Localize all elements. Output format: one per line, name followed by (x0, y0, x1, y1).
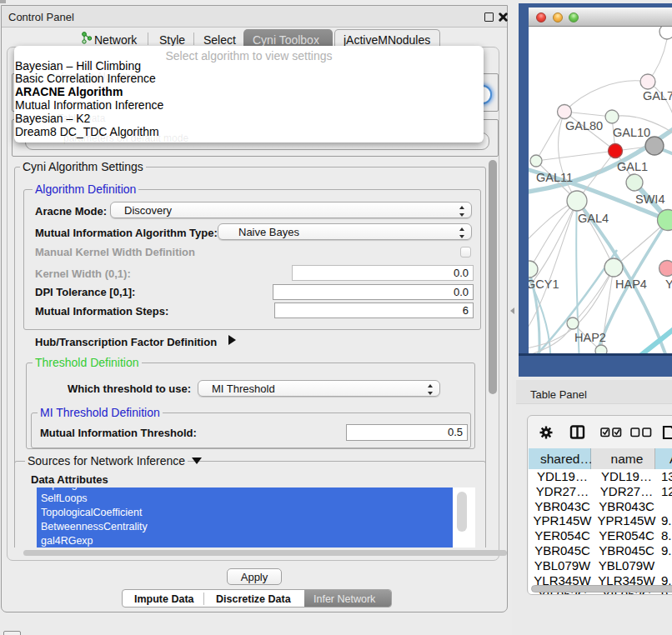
svg-text:GAL11: GAL11 (536, 171, 573, 184)
svg-text:GAL4: GAL4 (578, 212, 609, 225)
svg-text:GCY1: GCY1 (529, 278, 559, 291)
svg-text:GAL7: GAL7 (643, 89, 672, 102)
svg-text:GAL80: GAL80 (565, 119, 603, 132)
svg-text:GAL1: GAL1 (617, 160, 648, 173)
svg-text:HAP2: HAP2 (574, 331, 606, 344)
svg-text:YJ: YJ (665, 278, 672, 291)
svg-text:HAP4: HAP4 (615, 278, 647, 291)
svg-text:GAL10: GAL10 (613, 126, 650, 139)
svg-text:SWI4: SWI4 (635, 192, 664, 206)
